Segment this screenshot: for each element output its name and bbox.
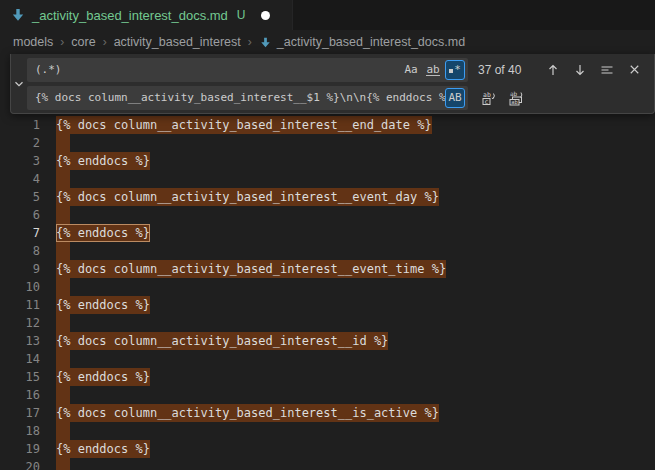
code-line[interactable]: 15{% enddocs %}	[0, 368, 655, 386]
code-area: 1{% docs column__activity_based_interest…	[0, 54, 655, 470]
line-number: 7	[0, 224, 40, 242]
find-match: {% enddocs %}	[56, 440, 150, 458]
replace-button[interactable]: ab c	[478, 87, 500, 109]
code-line[interactable]: 17{% docs column__activity_based_interes…	[0, 404, 655, 422]
tab-bar: _activity_based_interest_docs.md U	[0, 0, 655, 30]
line-number: 4	[0, 170, 40, 188]
line-number: 11	[0, 296, 40, 314]
arrow-up-icon	[545, 62, 561, 78]
find-match-empty	[56, 242, 70, 260]
find-replace-widget: (.*) Aa ab * 37 of 40	[10, 54, 655, 114]
line-number: 6	[0, 206, 40, 224]
match-count: 37 of 40	[478, 63, 530, 77]
code-line[interactable]: 4	[0, 170, 655, 188]
find-match-empty	[56, 422, 70, 440]
line-number: 10	[0, 278, 40, 296]
code-line-current-match[interactable]: 7{% enddocs %}	[0, 224, 655, 242]
editor: (.*) Aa ab * 37 of 40	[0, 54, 655, 470]
find-in-selection-button[interactable]	[596, 59, 618, 81]
use-regex-button[interactable]: *	[445, 60, 465, 80]
code-line[interactable]: 12	[0, 314, 655, 332]
next-match-button[interactable]	[569, 59, 591, 81]
replace-icon: ab c	[481, 90, 497, 106]
previous-match-button[interactable]	[542, 59, 564, 81]
svg-text:c: c	[485, 97, 489, 105]
breadcrumb-separator: ›	[103, 35, 107, 49]
line-number: 16	[0, 386, 40, 404]
code-line[interactable]: 3{% enddocs %}	[0, 152, 655, 170]
match-case-button[interactable]: Aa	[401, 60, 421, 80]
find-toggles: Aa ab *	[401, 60, 465, 80]
find-match: {% docs column__activity_based_interest_…	[56, 188, 439, 206]
line-number: 9	[0, 260, 40, 278]
code-line[interactable]: 5{% docs column__activity_based_interest…	[0, 188, 655, 206]
find-match: {% docs column__activity_based_interest_…	[56, 116, 432, 134]
breadcrumb-item-activity-based-interest[interactable]: activity_based_interest	[114, 35, 241, 49]
markdown-file-icon	[10, 7, 26, 23]
find-match-current: {% enddocs %}	[56, 224, 150, 242]
close-find-widget-button[interactable]	[623, 59, 645, 81]
breadcrumb-separator: ›	[248, 35, 252, 49]
breadcrumb-separator: ›	[60, 35, 64, 49]
code-line[interactable]: 16	[0, 386, 655, 404]
find-match: {% enddocs %}	[56, 152, 150, 170]
code-line[interactable]: 6	[0, 206, 655, 224]
code-line[interactable]: 11{% enddocs %}	[0, 296, 655, 314]
find-input-value: (.*)	[35, 63, 401, 76]
replace-row: {% docs column__activity_based_interest_…	[27, 86, 650, 110]
line-number: 15	[0, 368, 40, 386]
find-row: (.*) Aa ab * 37 of 40	[27, 58, 650, 82]
line-number: 1	[0, 116, 40, 134]
find-match-empty	[56, 314, 70, 332]
find-match: {% docs column__activity_based_interest_…	[56, 260, 446, 278]
find-match: {% docs column__activity_based_interest_…	[56, 404, 439, 422]
git-untracked-badge: U	[237, 8, 246, 22]
whole-word-button[interactable]: ab	[423, 60, 443, 80]
code-line[interactable]: 10	[0, 278, 655, 296]
code-line[interactable]: 8	[0, 242, 655, 260]
replace-actions: ab c ab	[478, 87, 532, 109]
breadcrumb-filename: _activity_based_interest_docs.md	[277, 35, 465, 49]
tab-filename: _activity_based_interest_docs.md	[32, 8, 228, 23]
find-input[interactable]: (.*) Aa ab *	[27, 58, 468, 82]
whole-word-label: ab	[426, 64, 439, 76]
find-match: {% enddocs %}	[56, 368, 150, 386]
find-match-empty	[56, 350, 70, 368]
find-match: {% enddocs %}	[56, 296, 150, 314]
find-match-empty	[56, 278, 70, 296]
find-widget-rows: (.*) Aa ab * 37 of 40	[27, 54, 654, 113]
preserve-case-button[interactable]: AB	[445, 88, 465, 108]
unsaved-changes-dot[interactable]	[261, 11, 270, 20]
code-line[interactable]: 1{% docs column__activity_based_interest…	[0, 116, 655, 134]
code-line[interactable]: 14	[0, 350, 655, 368]
close-icon	[627, 62, 642, 77]
tab-active-file[interactable]: _activity_based_interest_docs.md U	[0, 0, 293, 30]
line-number: 12	[0, 314, 40, 332]
replace-input[interactable]: {% docs column__activity_based_interest_…	[27, 86, 468, 110]
breadcrumb-item-file[interactable]: _activity_based_interest_docs.md	[259, 35, 465, 49]
find-match-empty	[56, 170, 70, 188]
line-number: 14	[0, 350, 40, 368]
markdown-file-icon	[259, 36, 272, 49]
code-line[interactable]: 18	[0, 422, 655, 440]
code-line[interactable]: 9{% docs column__activity_based_interest…	[0, 260, 655, 278]
replace-all-button[interactable]: ab ab	[505, 87, 527, 109]
line-number: 5	[0, 188, 40, 206]
breadcrumb-item-models[interactable]: models	[13, 35, 53, 49]
breadcrumb-item-core[interactable]: core	[71, 35, 95, 49]
replace-input-value: {% docs column__activity_based_interest_…	[35, 91, 445, 104]
code-line[interactable]: 20	[0, 458, 655, 470]
toggle-replace-button[interactable]	[11, 54, 27, 113]
code-line[interactable]: 2	[0, 134, 655, 152]
line-number: 19	[0, 440, 40, 458]
line-number: 2	[0, 134, 40, 152]
code-line[interactable]: 19{% enddocs %}	[0, 440, 655, 458]
line-number: 3	[0, 152, 40, 170]
vscode-window: _activity_based_interest_docs.md U model…	[0, 0, 655, 470]
code-line[interactable]: 13{% docs column__activity_based_interes…	[0, 332, 655, 350]
svg-text:ab: ab	[510, 90, 518, 97]
chevron-down-icon	[12, 77, 26, 91]
find-match-empty	[56, 458, 70, 470]
replace-all-icon: ab ab	[508, 90, 524, 106]
replace-toggles: AB	[445, 88, 465, 108]
